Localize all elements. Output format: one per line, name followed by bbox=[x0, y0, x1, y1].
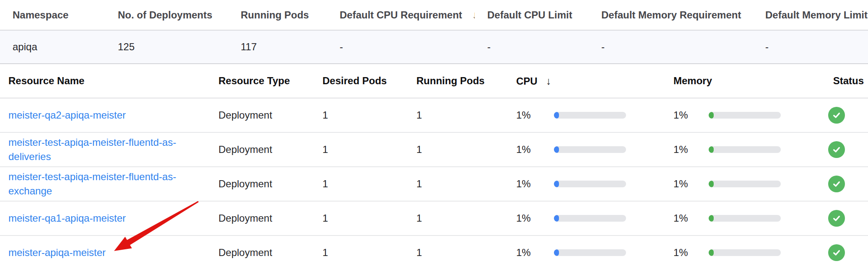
cpu-usage-fill bbox=[554, 146, 559, 153]
running-pods-value: 1 bbox=[408, 98, 508, 132]
status-healthy-icon bbox=[828, 141, 845, 158]
column-label: Default Memory Limit bbox=[765, 9, 868, 21]
desired-pods-value: 1 bbox=[314, 201, 408, 235]
cpu-usage: 1% bbox=[516, 144, 661, 155]
resource-row: meister-test-apiqa-meister-fluentd-as-de… bbox=[0, 132, 868, 167]
cpu-usage-bar bbox=[554, 249, 626, 256]
res-col-resource-type: Resource Type bbox=[210, 64, 314, 98]
memory-percent: 1% bbox=[673, 247, 709, 259]
memory-usage: 1% bbox=[673, 109, 816, 121]
memory-usage: 1% bbox=[673, 178, 816, 190]
column-label: Running Pods bbox=[241, 9, 309, 21]
res-col-resource-name: Resource Name bbox=[0, 64, 210, 98]
cpu-usage: 1% bbox=[516, 212, 661, 224]
column-label: Desired Pods bbox=[322, 75, 387, 86]
column-label: Status bbox=[833, 75, 864, 86]
resource-table: Resource Name Resource Type Desired Pods… bbox=[0, 64, 868, 269]
ns-col-running-pods: Running Pods bbox=[228, 0, 327, 30]
ns-col-namespace: Namespace bbox=[0, 0, 105, 30]
resource-type: Deployment bbox=[210, 201, 314, 235]
resource-type: Deployment bbox=[210, 235, 314, 269]
running-pods-value: 1 bbox=[408, 167, 508, 201]
resource-row: meister-qa1-apiqa-meister Deployment 1 1… bbox=[0, 201, 868, 235]
cpu-percent: 1% bbox=[516, 178, 554, 190]
res-col-cpu[interactable]: CPU↓ bbox=[508, 64, 665, 98]
namespace-table: Namespace No. of Deployments Running Pod… bbox=[0, 0, 868, 64]
memory-percent: 1% bbox=[673, 212, 709, 224]
status-healthy-icon bbox=[828, 107, 845, 124]
ns-col-default-memory-requirement: Default Memory Requirement bbox=[589, 0, 753, 30]
column-label: Memory bbox=[673, 75, 712, 86]
resource-name-link[interactable]: meister-test-apiqa-meister-fluentd-as-ex… bbox=[8, 170, 202, 198]
res-col-running-pods: Running Pods bbox=[408, 64, 508, 98]
default-cpu-limit-value: - bbox=[475, 30, 589, 64]
cpu-percent: 1% bbox=[516, 109, 554, 121]
memory-usage-bar bbox=[709, 181, 781, 187]
cpu-percent: 1% bbox=[516, 247, 554, 259]
resource-row: meister-test-apiqa-meister-fluentd-as-ex… bbox=[0, 167, 868, 201]
sort-descending-icon: ↓ bbox=[472, 9, 475, 21]
memory-usage-bar bbox=[709, 249, 781, 256]
memory-usage-fill bbox=[709, 249, 714, 256]
resource-type: Deployment bbox=[210, 132, 314, 167]
cpu-usage-fill bbox=[554, 215, 559, 222]
deployments-count: 125 bbox=[105, 30, 228, 64]
memory-percent: 1% bbox=[673, 178, 709, 190]
ns-col-deployments: No. of Deployments bbox=[105, 0, 228, 30]
default-memory-limit-value: - bbox=[753, 30, 868, 64]
status-healthy-icon bbox=[828, 176, 845, 192]
cpu-percent: 1% bbox=[516, 212, 554, 224]
ns-col-default-cpu-requirement[interactable]: Default CPU Requirement↓ bbox=[327, 0, 475, 30]
namespace-details-page: Namespace No. of Deployments Running Pod… bbox=[0, 0, 868, 269]
cpu-usage-fill bbox=[554, 181, 559, 187]
memory-usage-bar bbox=[709, 112, 781, 119]
cpu-usage-fill bbox=[554, 249, 559, 256]
default-memory-requirement-value: - bbox=[589, 30, 753, 64]
resource-name-link[interactable]: meister-qa1-apiqa-meister bbox=[8, 211, 126, 225]
cpu-usage: 1% bbox=[516, 247, 661, 259]
running-pods-value: 1 bbox=[408, 132, 508, 167]
resource-name-link[interactable]: meister-apiqa-meister bbox=[8, 246, 106, 260]
resource-table-body: meister-qa2-apiqa-meister Deployment 1 1… bbox=[0, 98, 868, 269]
ns-col-default-memory-limit: Default Memory Limit bbox=[753, 0, 868, 30]
memory-usage: 1% bbox=[673, 212, 816, 224]
running-pods-value: 1 bbox=[408, 201, 508, 235]
desired-pods-value: 1 bbox=[314, 98, 408, 132]
cpu-usage-bar bbox=[554, 112, 626, 119]
namespace-table-header-row: Namespace No. of Deployments Running Pod… bbox=[0, 0, 868, 30]
running-pods-value: 1 bbox=[408, 235, 508, 269]
memory-percent: 1% bbox=[673, 109, 709, 121]
resource-type: Deployment bbox=[210, 98, 314, 132]
cpu-usage: 1% bbox=[516, 109, 661, 121]
column-label: Default CPU Limit bbox=[487, 9, 572, 21]
memory-usage-fill bbox=[709, 181, 714, 187]
cpu-usage-bar bbox=[554, 146, 626, 153]
desired-pods-value: 1 bbox=[314, 167, 408, 201]
memory-usage-fill bbox=[709, 215, 714, 222]
namespace-row: apiqa 125 117 - - - - bbox=[0, 30, 868, 64]
resource-row: meister-qa2-apiqa-meister Deployment 1 1… bbox=[0, 98, 868, 132]
cpu-usage: 1% bbox=[516, 178, 661, 190]
cpu-usage-bar bbox=[554, 181, 626, 187]
column-label: Default Memory Requirement bbox=[601, 9, 741, 21]
status-healthy-icon bbox=[828, 244, 845, 261]
column-label: Resource Name bbox=[8, 75, 84, 86]
resource-name-link[interactable]: meister-qa2-apiqa-meister bbox=[8, 108, 126, 122]
cpu-usage-fill bbox=[554, 112, 559, 119]
column-label: CPU bbox=[516, 75, 538, 87]
ns-col-default-cpu-limit: Default CPU Limit bbox=[475, 0, 589, 30]
memory-usage-bar bbox=[709, 215, 781, 222]
column-label: Resource Type bbox=[218, 75, 290, 86]
sort-descending-icon: ↓ bbox=[546, 75, 551, 87]
memory-usage: 1% bbox=[673, 144, 816, 155]
column-label: Default CPU Requirement bbox=[340, 9, 462, 21]
default-cpu-requirement-value: - bbox=[327, 30, 475, 64]
res-col-status: Status bbox=[820, 64, 868, 98]
column-label: No. of Deployments bbox=[118, 9, 212, 21]
namespace-name: apiqa bbox=[0, 30, 105, 64]
running-pods-count: 117 bbox=[228, 30, 327, 64]
resource-type: Deployment bbox=[210, 167, 314, 201]
memory-usage-fill bbox=[709, 112, 714, 119]
resource-name-link[interactable]: meister-test-apiqa-meister-fluentd-as-de… bbox=[8, 135, 202, 164]
desired-pods-value: 1 bbox=[314, 132, 408, 167]
